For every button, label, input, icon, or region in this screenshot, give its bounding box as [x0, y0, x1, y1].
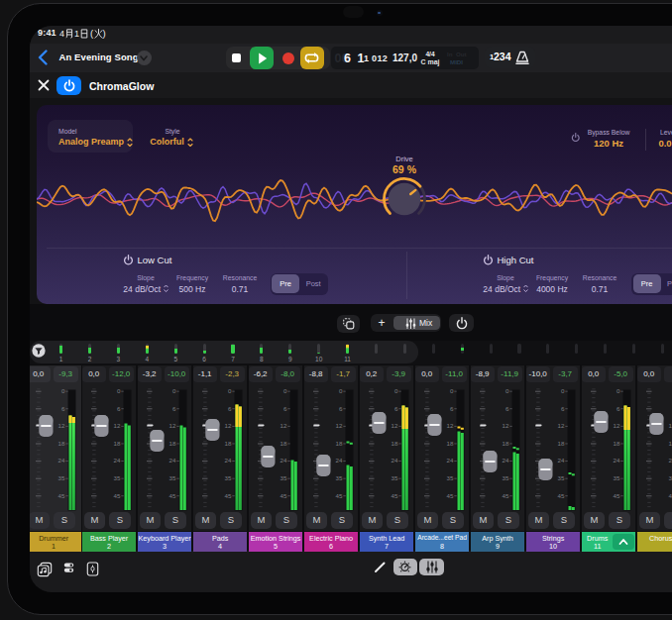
svg-text:0: 0: [172, 387, 176, 394]
svg-text:35: 35: [502, 474, 508, 481]
svg-text:12: 12: [57, 422, 64, 429]
svg-text:18: 18: [335, 440, 342, 447]
svg-text:35: 35: [613, 474, 619, 481]
svg-text:6: 6: [616, 405, 620, 412]
svg-text:45: 45: [280, 492, 286, 499]
svg-text:12: 12: [446, 422, 453, 429]
svg-text:6: 6: [394, 405, 398, 412]
svg-text:45: 45: [446, 492, 453, 499]
svg-text:24: 24: [335, 457, 342, 464]
svg-text:24: 24: [280, 457, 286, 464]
svg-text:18: 18: [613, 440, 619, 447]
svg-text:12: 12: [557, 422, 564, 429]
svg-text:18: 18: [557, 440, 564, 447]
svg-text:35: 35: [446, 474, 453, 481]
svg-text:24: 24: [224, 457, 231, 464]
svg-text:18: 18: [113, 440, 120, 447]
svg-text:35: 35: [335, 474, 342, 481]
svg-text:12: 12: [168, 422, 175, 429]
svg-text:24: 24: [446, 457, 453, 464]
svg-text:6: 6: [561, 405, 565, 412]
svg-text:12: 12: [613, 422, 619, 429]
svg-text:0: 0: [394, 387, 398, 394]
svg-text:12: 12: [391, 422, 397, 429]
svg-text:12: 12: [335, 422, 342, 429]
svg-text:35: 35: [113, 474, 120, 481]
svg-text:45: 45: [613, 492, 619, 499]
svg-text:0: 0: [561, 387, 565, 394]
svg-text:0: 0: [117, 387, 121, 394]
svg-text:18: 18: [280, 440, 286, 447]
svg-text:45: 45: [224, 492, 231, 499]
svg-text:45: 45: [113, 492, 120, 499]
svg-text:24: 24: [668, 457, 672, 464]
svg-text:6: 6: [117, 405, 121, 412]
svg-text:0: 0: [283, 387, 287, 394]
svg-text:6: 6: [450, 405, 454, 412]
svg-text:18: 18: [57, 440, 64, 447]
svg-text:45: 45: [168, 492, 175, 499]
svg-text:18: 18: [224, 440, 231, 447]
svg-text:35: 35: [57, 474, 64, 481]
svg-text:18: 18: [168, 440, 175, 447]
svg-text:18: 18: [446, 440, 453, 447]
svg-text:24: 24: [391, 457, 397, 464]
svg-text:12: 12: [224, 422, 231, 429]
svg-text:6: 6: [339, 405, 343, 412]
svg-text:24: 24: [557, 457, 564, 464]
svg-text:12: 12: [280, 422, 286, 429]
svg-text:35: 35: [280, 474, 286, 481]
svg-text:45: 45: [57, 492, 64, 499]
svg-text:18: 18: [391, 440, 397, 447]
svg-text:6: 6: [228, 405, 232, 412]
svg-text:24: 24: [613, 457, 619, 464]
svg-text:6: 6: [61, 405, 65, 412]
svg-text:6: 6: [172, 405, 176, 412]
svg-text:0: 0: [61, 387, 65, 394]
svg-text:24: 24: [113, 457, 120, 464]
svg-text:18: 18: [502, 440, 508, 447]
svg-text:0: 0: [616, 387, 620, 394]
svg-text:35: 35: [391, 474, 397, 481]
svg-text:12: 12: [502, 422, 508, 429]
svg-text:12: 12: [668, 422, 672, 429]
svg-text:45: 45: [335, 492, 342, 499]
svg-text:6: 6: [283, 405, 287, 412]
svg-text:35: 35: [168, 474, 175, 481]
svg-text:35: 35: [668, 474, 672, 481]
svg-text:12: 12: [113, 422, 120, 429]
svg-text:45: 45: [557, 492, 564, 499]
svg-text:0: 0: [450, 387, 454, 394]
svg-text:0: 0: [339, 387, 343, 394]
svg-text:24: 24: [502, 457, 508, 464]
svg-text:24: 24: [168, 457, 175, 464]
svg-text:0: 0: [505, 387, 509, 394]
svg-text:0: 0: [228, 387, 232, 394]
svg-text:24: 24: [57, 457, 64, 464]
svg-text:35: 35: [224, 474, 231, 481]
svg-text:45: 45: [391, 492, 397, 499]
svg-text:45: 45: [668, 492, 672, 499]
svg-text:18: 18: [668, 440, 672, 447]
svg-text:6: 6: [505, 405, 509, 412]
svg-text:35: 35: [557, 474, 564, 481]
svg-text:45: 45: [502, 492, 508, 499]
